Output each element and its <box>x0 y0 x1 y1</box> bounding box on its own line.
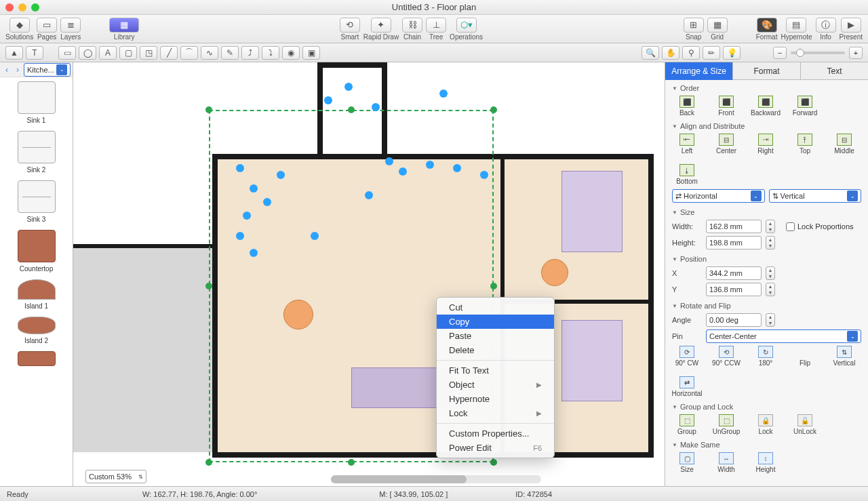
pin-select[interactable]: Center-Center⌄ <box>706 329 861 343</box>
tab-format[interactable]: Format <box>733 62 801 80</box>
lib-back-button[interactable]: ‹ <box>2 64 12 75</box>
cm-delete[interactable]: Delete <box>437 343 554 357</box>
hand-tool[interactable]: ✋ <box>662 46 679 60</box>
tab-text[interactable]: Text <box>801 62 868 80</box>
rotate-ccw[interactable]: ⟲90° CCW <box>711 346 741 367</box>
cm-hypernote[interactable]: Hypernote <box>437 392 554 406</box>
flip-horizontal[interactable]: ⇄Horizontal <box>672 376 702 397</box>
y-stepper[interactable]: ▲▼ <box>766 283 775 296</box>
zoom-tool[interactable]: 🔍 <box>642 46 659 60</box>
order-forward[interactable]: ⬛Forward <box>790 96 820 117</box>
width-stepper[interactable]: ▲▼ <box>766 220 775 233</box>
order-front[interactable]: ⬛Front <box>711 96 741 117</box>
rapiddraw-button[interactable]: ✦ <box>371 18 391 33</box>
lib-item-extra[interactable] <box>3 351 70 366</box>
align-bottom[interactable]: ⭳Bottom <box>672 164 702 185</box>
lamp-tool[interactable]: 💡 <box>723 46 741 60</box>
cm-copy[interactable]: Copy <box>437 315 554 329</box>
order-backward[interactable]: ⬛Backward <box>751 96 781 117</box>
operations-button[interactable]: ⬡▾ <box>456 18 477 33</box>
width-input[interactable]: 162.8 mm <box>706 220 762 233</box>
layers-button[interactable]: ≣ <box>60 18 81 33</box>
lib-fwd-button[interactable]: › <box>13 64 22 75</box>
hypernote-button[interactable]: ▤ <box>786 18 806 33</box>
same-height[interactable]: ↕Height <box>751 452 781 473</box>
lib-item-sink3[interactable]: Sink 3 <box>3 180 70 223</box>
cm-object[interactable]: Object▶ <box>437 378 554 392</box>
angle-input[interactable]: 0.00 deg <box>706 313 762 327</box>
lock-proportions-check[interactable] <box>786 222 795 231</box>
stamp-tool[interactable]: ◉ <box>282 46 300 60</box>
text-shape-tool[interactable]: A <box>99 46 117 60</box>
lib-item-island1[interactable]: Island 1 <box>3 279 70 310</box>
distribute-v[interactable]: ⇅ Vertical⌄ <box>769 189 862 203</box>
align-center[interactable]: ⊟Center <box>711 134 741 155</box>
rect-tool[interactable]: ▭ <box>58 46 76 60</box>
tree-button[interactable]: ⊥ <box>426 18 446 33</box>
height-stepper[interactable]: ▲▼ <box>766 236 775 249</box>
horizontal-scrollbar[interactable] <box>331 475 541 483</box>
unlock-btn[interactable]: 🔓UnLock <box>790 414 820 435</box>
smart-button[interactable]: ⟲ <box>340 18 360 33</box>
arc-tool[interactable]: ⌒ <box>180 46 198 60</box>
align-top[interactable]: ⭱Top <box>790 134 820 155</box>
same-width[interactable]: ↔Width <box>711 452 741 473</box>
cm-power[interactable]: Power EditF6 <box>437 441 554 455</box>
flip-vertical[interactable]: ⇅Vertical <box>829 346 859 367</box>
textbox-tool[interactable]: ▢ <box>119 46 137 60</box>
canvas[interactable]: Cut Copy Paste Delete Fit To Text Object… <box>73 62 665 486</box>
curve-tool[interactable]: ∿ <box>201 46 218 60</box>
chain-button[interactable]: ⛓ <box>402 18 422 33</box>
text-tool[interactable]: T <box>26 46 43 60</box>
align-left[interactable]: ⭰Left <box>672 134 702 155</box>
tab-arrange[interactable]: Arrange & Size <box>665 62 733 80</box>
picker-tool[interactable]: ✏ <box>703 46 720 60</box>
ungroup-btn[interactable]: ⬚UnGroup <box>711 414 741 435</box>
connector2-tool[interactable]: ⤵ <box>262 46 279 60</box>
x-input[interactable]: 344.2 mm <box>706 266 762 280</box>
format-button[interactable]: 🎨 <box>757 18 777 33</box>
library-button[interactable]: ▦ <box>109 18 139 33</box>
snap-button[interactable]: ⊞ <box>684 18 704 33</box>
library-selector[interactable]: Kitche...⌄ <box>24 63 71 77</box>
angle-stepper[interactable]: ▲▼ <box>766 313 775 327</box>
cm-cut[interactable]: Cut <box>437 300 554 315</box>
insert-tool[interactable]: ▣ <box>302 46 320 60</box>
lib-item-countertop[interactable]: Countertop <box>3 230 70 273</box>
select-tool[interactable]: ▲ <box>5 46 23 60</box>
zoom-out-button[interactable]: − <box>773 47 787 59</box>
group-btn[interactable]: ⬚Group <box>672 414 702 435</box>
height-input[interactable]: 198.8 mm <box>706 236 762 249</box>
pen-tool[interactable]: ✎ <box>221 46 239 60</box>
lib-item-sink1[interactable]: Sink 1 <box>3 81 70 124</box>
connector-tool[interactable]: ⤴ <box>241 46 259 60</box>
rotate-180[interactable]: ↻180° <box>751 346 781 367</box>
same-size[interactable]: ▢Size <box>672 452 702 473</box>
lock-btn[interactable]: 🔒Lock <box>751 414 781 435</box>
pages-button[interactable]: ▭ <box>37 18 57 33</box>
info-button[interactable]: ⓘ <box>816 18 836 33</box>
lib-item-island2[interactable]: Island 2 <box>3 317 70 344</box>
cm-custom[interactable]: Custom Properties... <box>437 426 554 441</box>
zoom-select[interactable]: Custom 53%⇅ <box>85 470 146 483</box>
align-right[interactable]: ⭲Right <box>751 134 781 155</box>
callout-tool[interactable]: ◳ <box>140 46 157 60</box>
distribute-h[interactable]: ⇄ Horizontal⌄ <box>672 189 765 203</box>
eyedropper-tool[interactable]: ⚲ <box>682 46 700 60</box>
cm-lock[interactable]: Lock▶ <box>437 406 554 420</box>
present-button[interactable]: ▶ <box>841 18 861 33</box>
zoom-in-button[interactable]: + <box>849 47 863 59</box>
order-back[interactable]: ⬛Back <box>672 96 702 117</box>
line-tool[interactable]: ╱ <box>160 46 178 60</box>
cm-paste[interactable]: Paste <box>437 329 554 343</box>
ellipse-tool[interactable]: ◯ <box>79 46 96 60</box>
solutions-button[interactable]: ◆ <box>9 18 30 33</box>
rotate-cw[interactable]: ⟳90° CW <box>672 346 702 367</box>
lib-item-sink2[interactable]: Sink 2 <box>3 131 70 174</box>
y-input[interactable]: 136.8 mm <box>706 283 762 296</box>
zoom-slider[interactable] <box>791 52 845 54</box>
x-stepper[interactable]: ▲▼ <box>766 266 775 280</box>
cm-fit[interactable]: Fit To Text <box>437 363 554 378</box>
grid-button[interactable]: ▦ <box>707 18 728 33</box>
align-middle[interactable]: ⊟Middle <box>829 134 859 155</box>
